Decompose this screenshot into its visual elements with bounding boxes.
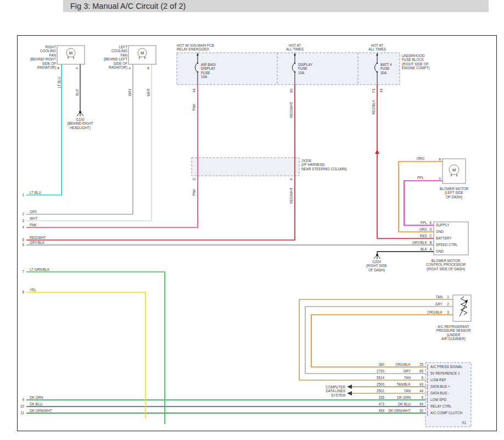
circuit-number: 380: [378, 363, 384, 366]
connector-id-b3: B3: [289, 88, 293, 93]
motor-letter: M: [452, 168, 456, 172]
wire-number: 8: [22, 290, 24, 294]
wire-number: 6: [22, 243, 24, 247]
brace: {: [427, 384, 428, 389]
wire-color-label: ORG/BLK: [395, 363, 411, 366]
brace: {: [427, 391, 428, 396]
left-cooling-fan-symbol: M: [128, 46, 156, 64]
terminal-letter: B: [147, 66, 149, 70]
processor-pin-letter: C: [429, 234, 432, 238]
processor-pin-name: SPEED CTRL: [436, 243, 458, 247]
processor-pin-letter: E: [429, 221, 432, 225]
wire-number: 3: [22, 219, 24, 222]
processor-pin-letter: D: [429, 227, 432, 231]
wire-color-label: DK GRN: [30, 396, 43, 399]
wire-color-label: LT BLU: [30, 191, 41, 194]
sensor-pin-wire: GRY: [435, 302, 443, 306]
wire-tag-redwht-upper: RED/WHT: [289, 102, 293, 118]
connector-id-x1: X1: [462, 421, 466, 425]
wire-color-label: GRY/BLK: [30, 241, 45, 244]
wire-tag-blk: BLK: [75, 88, 79, 96]
processor-pin-name: BATTERY: [436, 236, 452, 240]
wire-color-label: RED/WHT: [30, 236, 46, 240]
wire-color-label: GRY: [30, 210, 37, 214]
brace: {: [427, 364, 428, 370]
wire-number: 9: [22, 398, 24, 402]
wire-tag-ppl: PPL: [417, 176, 424, 180]
wire-tag-redwht-lower: RED/WHT: [289, 187, 293, 204]
pressure-sensor-symbol: [453, 295, 471, 321]
jx206-terminal-d: D: [192, 177, 196, 180]
connector-function: DATA BUS -: [430, 391, 449, 395]
sensor-pin-number: 1: [447, 295, 449, 299]
sensor-pin-number: 3: [447, 310, 449, 314]
wire-color-label: DK GRN/WHT: [30, 409, 52, 413]
pin-number: 5: [421, 396, 423, 399]
wire-number: 11: [20, 411, 24, 415]
wire-number: 4: [22, 225, 24, 229]
circuit-number: 335: [378, 396, 384, 399]
processor-pin-letter: B: [429, 241, 432, 244]
processor-pin-name: GND: [436, 249, 444, 253]
processor-pin-wire: RED: [420, 234, 428, 238]
wiring-diagram: M M M RIGHTCOOLINGFAN(BEHIND RIGHTSIDE O…: [0, 0, 504, 440]
circuit-number: 459: [378, 409, 384, 413]
wire-tag-wht: WHT: [147, 88, 150, 96]
terminal-letter: B: [439, 158, 441, 161]
brace: {: [427, 404, 428, 409]
pin-number: 8: [421, 376, 423, 380]
motor-letter: M: [141, 51, 144, 55]
pin-number: 43: [419, 382, 424, 386]
wire-color-label: TAN/BLK: [396, 382, 411, 386]
connector-id-x4b: X4: [379, 88, 383, 93]
processor-pin-wire: ORG: [419, 227, 427, 231]
circuit-number: 2501: [377, 389, 385, 393]
wire-number: 2: [22, 212, 24, 216]
jx206-connector-box: [192, 158, 299, 176]
connector-id-x4a: X4: [192, 88, 196, 93]
wire-number: 1: [22, 193, 24, 197]
wire-color-label: TAN: [404, 389, 411, 393]
connector-function: DATA BUS +: [430, 385, 450, 388]
diagram-border: [18, 36, 497, 431]
wire-number: 7: [22, 270, 24, 274]
connector-function: LOW REF: [430, 378, 446, 382]
wire-color-label: YEL: [30, 288, 36, 292]
page: { "title_bar": { "text": "Fig 3: Manual …: [0, 0, 504, 440]
brace: {: [427, 397, 428, 403]
processor-pin-name: GND: [436, 230, 444, 233]
brace: {: [427, 410, 428, 416]
wire-color-label: WHT: [30, 216, 37, 220]
wire-color-label: DK GRN/WHT: [388, 409, 411, 413]
wire-tag-redblk: RED/BLK: [372, 99, 376, 115]
pin-number: 25: [419, 363, 424, 366]
wire-color-label: DK GRN: [397, 396, 411, 399]
wire-color-label: GRY: [403, 369, 411, 373]
brace: {: [427, 377, 428, 383]
brace: {: [427, 371, 428, 376]
blower-motor-symbol: M: [443, 159, 466, 183]
circuit-number: 2500: [377, 382, 385, 386]
wire-color-label: LT GRN/BLK: [30, 268, 50, 271]
sensor-pin-wire: TAN: [436, 295, 443, 299]
terminal-letter: A: [128, 66, 131, 70]
wire-tag-org: ORG: [417, 157, 424, 160]
processor-pin-wire: PPL: [421, 221, 427, 225]
terminal-letter: A: [76, 66, 78, 70]
processor-pin-wire: BLK: [421, 247, 428, 251]
wire-number: 10: [20, 404, 25, 408]
pin-number: 30: [419, 409, 424, 413]
sensor-pin-number: 2: [447, 302, 449, 306]
right-cooling-fan-symbol: M: [57, 46, 85, 64]
wire-color-label: DK BLU: [30, 402, 42, 406]
terminal-letter: A: [439, 177, 441, 180]
circuit-number: 473: [378, 402, 384, 406]
hot-left-header: HOT W/ IGN MAIN PCBRELAY ENERGIZED: [177, 43, 214, 51]
wire-color-label: PNK: [30, 223, 37, 227]
pin-number: 49: [419, 402, 424, 406]
wire-number: 5: [22, 238, 24, 242]
circuit-number: 2700: [377, 369, 385, 373]
wire-tag-lt-blu: LT BLU: [57, 76, 61, 88]
circuit-number: 5514: [377, 376, 385, 380]
processor-label: BLOWER MOTORCONTROL PROCESSOR(RIGHT SIDE…: [426, 259, 466, 271]
